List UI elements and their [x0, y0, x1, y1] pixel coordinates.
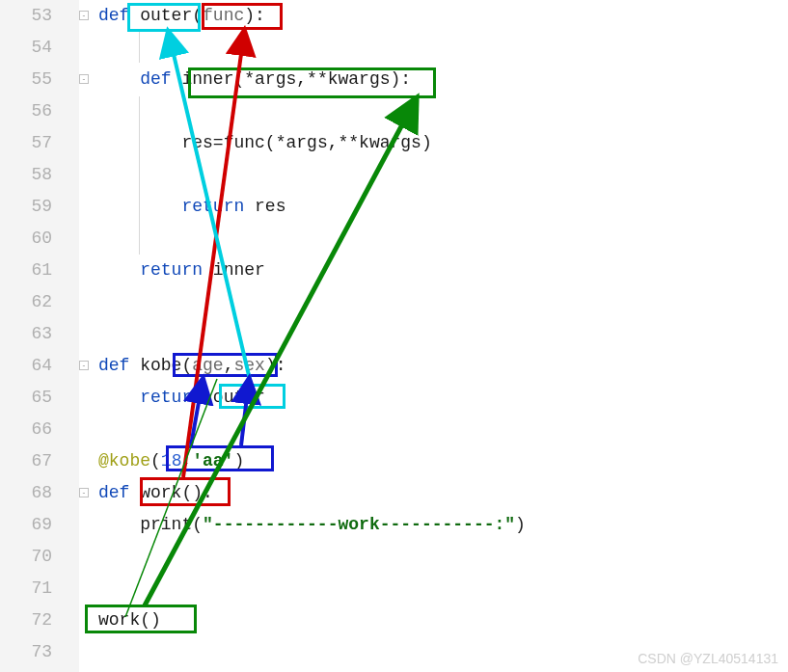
line-number: 59	[0, 191, 52, 223]
code-line	[98, 573, 788, 605]
line-number: 71	[0, 573, 52, 605]
line-number: 56	[0, 95, 52, 127]
fold-marker-icon[interactable]: -	[79, 488, 89, 497]
line-number: 66	[0, 414, 52, 445]
code-line: def kobe(age,sex):	[98, 350, 788, 382]
keyword-return: return	[140, 388, 203, 407]
code-line: @kobe(18,'aa')	[98, 445, 788, 477]
line-number: 62	[0, 286, 52, 318]
code-line	[98, 159, 788, 191]
decorator-at: @	[98, 451, 109, 470]
code-line	[98, 223, 788, 255]
keyword-return: return	[181, 197, 244, 216]
line-number: 69	[0, 509, 52, 541]
parameter: func	[203, 6, 244, 25]
code-line: def inner(*args,**kwargs):	[98, 64, 788, 95]
line-number: 65	[0, 382, 52, 414]
line-number: 70	[0, 541, 52, 573]
line-number: 68	[0, 477, 52, 509]
keyword-def: def	[140, 69, 171, 89]
fold-marker-icon[interactable]: -	[79, 361, 89, 370]
code-area[interactable]: def outer(func): def inner(*args,**kwarg…	[79, 0, 788, 672]
code-line: def work():	[98, 477, 788, 509]
code-line: print("------------work-----------:")	[98, 509, 788, 541]
code-line	[98, 286, 788, 318]
code-line: res=func(*args,**kwargs)	[98, 127, 788, 159]
function-name: outer	[140, 6, 192, 25]
function-name: kobe	[140, 356, 181, 375]
watermark-text: CSDN @YZL40514131	[638, 651, 778, 666]
string-literal: "------------work-----------:"	[203, 515, 515, 534]
fold-column: - - - -	[79, 0, 93, 672]
line-number: 53	[0, 0, 52, 32]
parameters: *args,**kwargs	[244, 69, 390, 89]
function-name: work	[140, 483, 181, 502]
code-line: return res	[98, 191, 788, 223]
code-line	[98, 414, 788, 445]
fold-marker-icon[interactable]: -	[79, 11, 89, 20]
line-number: 72	[0, 605, 52, 636]
parameter: age	[192, 356, 223, 375]
fold-marker-icon[interactable]: -	[79, 74, 89, 84]
code-line: work()	[98, 605, 788, 636]
line-number: 64	[0, 350, 52, 382]
code-line: return outer	[98, 382, 788, 414]
code-line	[98, 95, 788, 127]
code-line: return inner	[98, 255, 788, 286]
line-number: 61	[0, 255, 52, 286]
parameter: sex	[233, 356, 264, 375]
line-number: 63	[0, 318, 52, 350]
line-number: 57	[0, 127, 52, 159]
keyword-def: def	[98, 6, 129, 25]
keyword-def: def	[98, 356, 129, 375]
code-line	[98, 318, 788, 350]
code-line	[98, 541, 788, 573]
decorator-name: kobe	[109, 451, 150, 470]
line-number: 58	[0, 159, 52, 191]
function-name: inner	[181, 69, 233, 89]
line-number: 73	[0, 636, 52, 668]
function-call: work	[98, 610, 140, 630]
line-number: 54	[0, 32, 52, 64]
line-number: 67	[0, 445, 52, 477]
line-number: 60	[0, 223, 52, 255]
code-line: def outer(func):	[98, 0, 788, 32]
line-number-gutter: 53 54 55 56 57 58 59 60 61 62 63 64 65 6…	[0, 0, 79, 672]
code-editor: 53 54 55 56 57 58 59 60 61 62 63 64 65 6…	[0, 0, 788, 672]
code-line	[98, 32, 788, 64]
keyword-return: return	[140, 260, 203, 280]
keyword-def: def	[98, 483, 129, 502]
line-number: 55	[0, 64, 52, 95]
